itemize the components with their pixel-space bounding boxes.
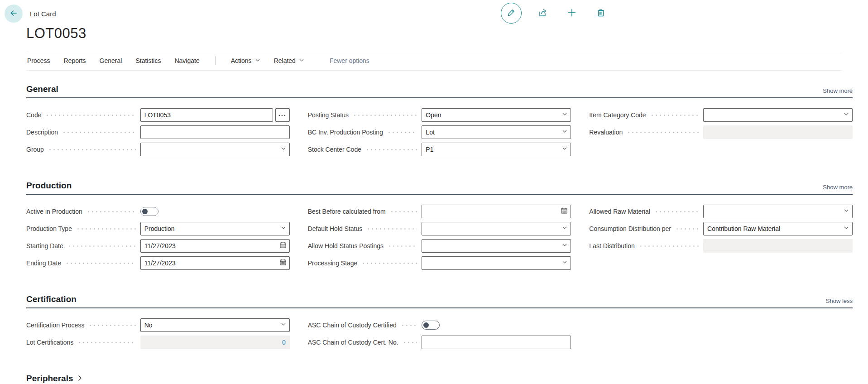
share-button[interactable] — [535, 5, 551, 21]
edit-button[interactable] — [501, 3, 522, 24]
field-asc-chain-of-custody-cert-no: ASC Chain of Custody Cert. No. — [308, 336, 571, 349]
code-assist-button[interactable]: ··· — [275, 108, 290, 122]
section-certification: Certification Show less Certification Pr… — [26, 294, 853, 353]
menu-item-process[interactable]: Process — [27, 57, 50, 64]
asc-chain-of-custody-cert-no-input[interactable] — [422, 336, 571, 349]
dotted-leader — [353, 113, 417, 117]
dotted-leader — [675, 227, 699, 231]
chevron-down-icon[interactable] — [561, 128, 568, 136]
field-label-revaluation: Revaluation — [589, 129, 623, 136]
field-label-bc-inv-production-posting: BC Inv. Production Posting — [308, 129, 383, 136]
revaluation-field — [703, 125, 853, 139]
general-show-more-link[interactable]: Show more — [823, 87, 853, 94]
dotted-leader — [627, 130, 699, 134]
default-hold-status-select[interactable] — [422, 222, 571, 235]
group-select[interactable] — [140, 143, 290, 156]
back-button[interactable] — [5, 5, 23, 23]
ending-date-input[interactable] — [140, 256, 290, 270]
fewer-options-button[interactable]: Fewer options — [330, 57, 369, 64]
certification-process-select[interactable] — [140, 318, 290, 332]
chevron-down-icon[interactable] — [280, 145, 287, 154]
chevron-down-icon[interactable] — [561, 242, 568, 250]
menu-item-statistics[interactable]: Statistics — [135, 57, 161, 64]
chevron-down-icon[interactable] — [843, 225, 849, 233]
new-button[interactable] — [564, 5, 580, 21]
dotted-leader — [388, 244, 417, 248]
calendar-icon[interactable] — [279, 259, 287, 268]
stock-center-code-select[interactable] — [422, 143, 571, 156]
peripherals-expand-header[interactable]: Peripherals — [26, 374, 853, 384]
chevron-down-icon[interactable] — [843, 111, 849, 119]
asc-chain-of-custody-certified-toggle[interactable] — [422, 321, 440, 330]
chevron-down-icon[interactable] — [561, 111, 568, 119]
posting-status-select[interactable] — [422, 108, 571, 122]
production-show-more-link[interactable]: Show more — [823, 184, 853, 191]
field-allow-hold-status-postings: Allow Hold Status Postings — [308, 239, 571, 253]
code-input[interactable] — [140, 108, 273, 122]
field-label-processing-stage: Processing Stage — [308, 259, 358, 267]
section-production: Production Show more Active in Productio… — [26, 181, 853, 274]
consumption-distribution-per-select[interactable] — [703, 222, 853, 235]
chevron-down-icon[interactable] — [561, 145, 568, 154]
description-input[interactable] — [140, 125, 290, 139]
field-asc-chain-of-custody-certified: ASC Chain of Custody Certified — [308, 318, 571, 332]
field-certification-process: Certification Process — [26, 318, 290, 332]
chevron-down-icon[interactable] — [280, 321, 287, 329]
field-label-description: Description — [26, 129, 58, 136]
dotted-leader — [361, 261, 417, 265]
menu-item-actions[interactable]: Actions — [231, 57, 260, 64]
menu-divider — [215, 56, 216, 65]
menu-item-reports[interactable]: Reports — [64, 57, 86, 64]
starting-date-input[interactable] — [140, 239, 290, 253]
chevron-down-icon[interactable] — [280, 225, 287, 233]
bc-inv-production-posting-select[interactable] — [422, 125, 571, 139]
calendar-icon[interactable] — [279, 241, 287, 250]
field-label-consumption-distribution-per: Consumption Distribution per — [589, 225, 671, 232]
field-stock-center-code: Stock Center Code — [308, 143, 571, 156]
production-column-3: Allowed Raw Material Consumption Distrib… — [589, 205, 853, 274]
field-processing-stage: Processing Stage — [308, 256, 571, 270]
menu-item-general[interactable]: General — [100, 57, 122, 64]
lot-certifications-drilldown-link[interactable]: 0 — [282, 339, 286, 346]
chevron-down-icon[interactable] — [561, 259, 568, 267]
processing-stage-select[interactable] — [422, 256, 571, 270]
field-last-distribution: Last Distribution — [589, 239, 853, 253]
field-label-item-category-code: Item Category Code — [589, 111, 646, 119]
section-general: General Show more Code ··· Description — [26, 84, 853, 160]
allow-hold-status-postings-select[interactable] — [422, 239, 571, 253]
delete-button[interactable] — [593, 5, 609, 21]
field-starting-date: Starting Date — [26, 239, 290, 253]
chevron-down-icon[interactable] — [843, 207, 849, 216]
menu-item-related[interactable]: Related — [274, 57, 304, 64]
active-in-production-toggle[interactable] — [140, 207, 158, 216]
top-bar: Lot Card — [0, 0, 868, 23]
certification-column-3 — [589, 318, 853, 353]
field-label-default-hold-status: Default Hold Status — [308, 225, 363, 232]
calendar-icon[interactable] — [561, 207, 568, 216]
section-title-production: Production — [26, 181, 72, 191]
section-title-certification: Certification — [26, 294, 77, 304]
chevron-down-icon[interactable] — [561, 225, 568, 233]
menu-item-navigate[interactable]: Navigate — [174, 57, 199, 64]
toggle-knob — [142, 209, 148, 214]
menu-item-related-label: Related — [274, 57, 296, 64]
field-label-starting-date: Starting Date — [26, 242, 63, 250]
item-category-code-select[interactable] — [703, 108, 853, 122]
field-consumption-distribution-per: Consumption Distribution per — [589, 222, 853, 235]
field-label-posting-status: Posting Status — [308, 111, 349, 119]
production-column-1: Active in Production Production Type — [26, 205, 290, 274]
certification-show-less-link[interactable]: Show less — [826, 298, 853, 304]
dotted-leader — [62, 130, 136, 134]
section-title-peripherals: Peripherals — [26, 374, 73, 384]
production-type-select[interactable] — [140, 222, 290, 235]
dotted-leader — [88, 323, 135, 327]
field-allowed-raw-material: Allowed Raw Material — [589, 205, 853, 218]
trash-icon — [596, 8, 606, 19]
share-icon — [538, 8, 548, 19]
field-label-certification-process: Certification Process — [26, 322, 84, 329]
best-before-calculated-from-input[interactable] — [422, 205, 571, 218]
field-label-asc-chain-of-custody-cert-no: ASC Chain of Custody Cert. No. — [308, 339, 398, 346]
allowed-raw-material-select[interactable] — [703, 205, 853, 218]
ellipsis-icon: ··· — [278, 111, 287, 119]
certification-column-2: ASC Chain of Custody Certified ASC Chain… — [308, 318, 571, 353]
